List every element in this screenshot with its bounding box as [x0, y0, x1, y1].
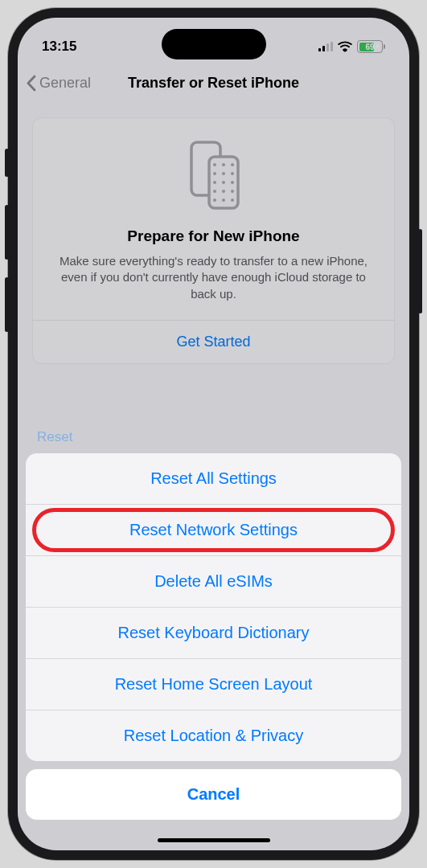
- svg-point-3: [222, 163, 225, 166]
- battery-icon: 69 ⚡︎: [357, 40, 385, 53]
- wifi-icon: [338, 41, 352, 52]
- status-time: 13:15: [42, 39, 76, 55]
- dynamic-island: [162, 29, 266, 59]
- svg-point-9: [222, 181, 225, 184]
- power-button: [418, 229, 422, 313]
- back-button[interactable]: General: [26, 75, 91, 92]
- prepare-description: Make sure everything's ready to transfer…: [51, 253, 376, 302]
- svg-point-6: [222, 172, 225, 175]
- action-sheet: Reset All Settings Reset Network Setting…: [18, 453, 409, 850]
- chevron-left-icon: [26, 75, 36, 92]
- phone-frame: 13:15 69 ⚡︎: [8, 8, 419, 860]
- sheet-item-label: Reset Keyboard Dictionary: [118, 624, 310, 641]
- volume-down-button: [5, 277, 9, 332]
- volume-up-button: [5, 205, 9, 260]
- cancel-button[interactable]: Cancel: [26, 769, 401, 820]
- svg-point-16: [231, 199, 234, 202]
- svg-point-4: [231, 163, 234, 166]
- reset-network-settings-button[interactable]: Reset Network Settings: [26, 505, 401, 556]
- reset-row: Reset: [37, 429, 72, 445]
- svg-point-12: [222, 190, 225, 193]
- svg-point-2: [213, 163, 216, 166]
- sheet-item-label: Delete All eSIMs: [154, 572, 273, 590]
- reset-home-screen-layout-button[interactable]: Reset Home Screen Layout: [26, 659, 401, 710]
- silent-switch: [5, 149, 9, 177]
- svg-point-7: [231, 172, 234, 175]
- prepare-title: Prepare for New iPhone: [51, 227, 376, 245]
- svg-point-8: [213, 181, 216, 184]
- back-label: General: [39, 75, 91, 92]
- devices-icon: [51, 139, 376, 211]
- status-right: 69 ⚡︎: [318, 40, 385, 53]
- sheet-item-label: Reset All Settings: [150, 469, 277, 487]
- action-sheet-group: Reset All Settings Reset Network Setting…: [26, 453, 401, 761]
- svg-point-15: [222, 199, 225, 202]
- get-started-button[interactable]: Get Started: [33, 321, 394, 363]
- svg-point-14: [213, 199, 216, 202]
- charging-bolt-icon: ⚡︎: [375, 43, 380, 51]
- nav-bar: General Transfer or Reset iPhone: [18, 64, 409, 101]
- sheet-item-label: Reset Location & Privacy: [124, 727, 303, 744]
- svg-point-5: [213, 172, 216, 175]
- reset-location-privacy-button[interactable]: Reset Location & Privacy: [26, 710, 401, 761]
- reset-keyboard-dictionary-button[interactable]: Reset Keyboard Dictionary: [26, 608, 401, 659]
- delete-all-esims-button[interactable]: Delete All eSIMs: [26, 556, 401, 608]
- screen: 13:15 69 ⚡︎: [18, 18, 409, 850]
- svg-point-13: [231, 190, 234, 193]
- sheet-item-label: Reset Home Screen Layout: [115, 675, 313, 693]
- cellular-signal-icon: [318, 42, 333, 51]
- prepare-card: Prepare for New iPhone Make sure everyth…: [32, 117, 395, 364]
- reset-all-settings-button[interactable]: Reset All Settings: [26, 453, 401, 505]
- sheet-item-label: Reset Network Settings: [129, 521, 298, 538]
- svg-point-11: [213, 190, 216, 193]
- svg-point-10: [231, 181, 234, 184]
- content: Prepare for New iPhone Make sure everyth…: [18, 101, 409, 380]
- home-indicator[interactable]: [158, 838, 270, 842]
